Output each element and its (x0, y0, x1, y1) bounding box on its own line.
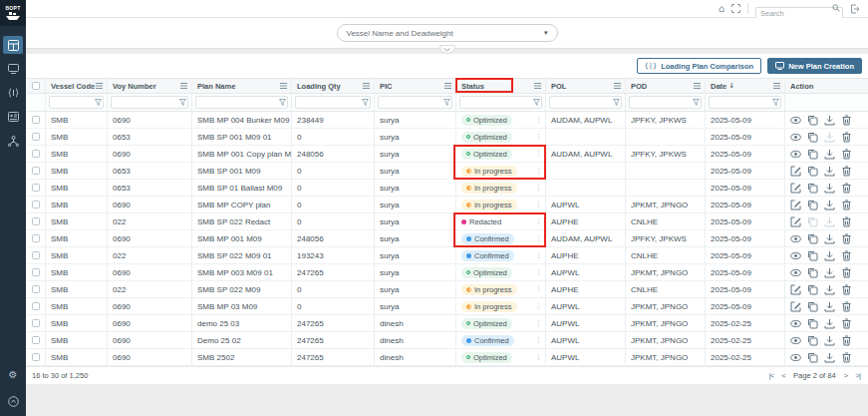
trash-icon-button[interactable] (841, 284, 852, 295)
column-menu-icon[interactable] (694, 83, 701, 84)
home-icon[interactable]: ⌂ (719, 4, 724, 14)
status-menu-icon[interactable]: ⋮ (535, 184, 542, 192)
logout-icon[interactable] (850, 4, 860, 14)
funnel-icon[interactable] (362, 99, 369, 106)
download-icon-button[interactable] (824, 250, 835, 261)
download-icon-button[interactable] (824, 301, 835, 312)
filter-input-pol[interactable] (549, 96, 622, 109)
download-icon-button[interactable] (824, 200, 835, 210)
copy-icon-button[interactable] (807, 149, 818, 160)
copy-icon-button[interactable] (807, 352, 818, 363)
trash-icon-button[interactable] (841, 301, 852, 312)
trash-icon-button[interactable] (841, 352, 852, 363)
view-icon-button[interactable] (790, 233, 801, 244)
funnel-icon[interactable] (443, 99, 450, 106)
download-icon-button[interactable] (824, 216, 835, 227)
trash-icon-button[interactable] (841, 267, 852, 278)
row-checkbox[interactable] (32, 251, 40, 259)
col-header-status[interactable]: Status (456, 79, 546, 93)
row-checkbox[interactable] (32, 234, 40, 242)
copy-icon-button[interactable] (807, 216, 818, 227)
download-icon-button[interactable] (824, 233, 835, 244)
select-all-checkbox[interactable] (32, 82, 40, 90)
trash-icon-button[interactable] (841, 200, 852, 210)
copy-icon-button[interactable] (807, 250, 818, 261)
status-menu-icon[interactable]: ⋮ (535, 201, 542, 208)
col-header-plan-name[interactable]: Plan Name (192, 79, 292, 93)
filter-input-pic[interactable] (378, 96, 452, 109)
status-menu-icon[interactable]: ⋮ (535, 133, 542, 141)
col-header-loading-qty[interactable]: Loading Qty (292, 79, 375, 93)
sidebar-item-network[interactable] (3, 132, 23, 150)
filter-input-voy-number[interactable] (111, 96, 188, 109)
view-icon-button[interactable] (790, 149, 801, 160)
row-checkbox[interactable] (32, 285, 40, 293)
col-header-date[interactable]: Date↓ (706, 79, 785, 93)
column-menu-icon[interactable] (96, 83, 103, 84)
new-plan-creation-button[interactable]: New Plan Creation (767, 58, 862, 74)
status-menu-icon[interactable]: ⋮ (535, 285, 542, 293)
row-checkbox[interactable] (32, 116, 40, 124)
copy-icon-button[interactable] (807, 132, 818, 143)
edit-icon-button[interactable] (790, 216, 801, 227)
arrow-circle-icon[interactable] (3, 394, 23, 408)
status-menu-icon[interactable]: ⋮ (535, 251, 542, 259)
copy-icon-button[interactable] (807, 115, 818, 126)
copy-icon-button[interactable] (807, 166, 818, 177)
trash-icon-button[interactable] (841, 166, 852, 177)
column-menu-icon[interactable] (363, 83, 370, 84)
prev-page-button[interactable]: < (781, 371, 785, 380)
funnel-icon[interactable] (95, 99, 102, 106)
last-page-button[interactable]: >| (855, 371, 860, 380)
row-checkbox[interactable] (32, 133, 40, 141)
row-checkbox[interactable] (32, 268, 40, 276)
first-page-button[interactable]: |< (769, 371, 774, 380)
copy-icon-button[interactable] (807, 200, 818, 210)
row-checkbox[interactable] (32, 217, 40, 225)
row-checkbox[interactable] (32, 353, 40, 361)
settings-gear-icon[interactable]: ⚙ (3, 368, 23, 382)
row-checkbox[interactable] (32, 167, 40, 175)
filter-input-pod[interactable] (629, 96, 702, 109)
sidebar-item-code-brackets[interactable] (3, 84, 23, 102)
fullscreen-icon[interactable] (731, 4, 740, 13)
row-checkbox[interactable] (32, 302, 40, 310)
col-header-voy-number[interactable]: Voy Number (108, 79, 192, 93)
copy-icon-button[interactable] (807, 335, 818, 346)
filter-input-status[interactable] (459, 96, 542, 109)
funnel-icon[interactable] (179, 99, 186, 106)
trash-icon-button[interactable] (841, 318, 852, 329)
download-icon-button[interactable] (824, 115, 835, 126)
download-icon-button[interactable] (824, 318, 835, 329)
view-icon-button[interactable] (790, 132, 801, 143)
status-menu-icon[interactable]: ⋮ (535, 268, 542, 276)
copy-icon-button[interactable] (807, 301, 818, 312)
status-menu-icon[interactable]: ⋮ (535, 353, 542, 361)
funnel-icon[interactable] (533, 99, 540, 106)
trash-icon-button[interactable] (841, 115, 852, 126)
col-header-pic[interactable]: PIC (375, 79, 456, 93)
row-checkbox[interactable] (32, 336, 40, 344)
status-menu-icon[interactable]: ⋮ (535, 150, 542, 158)
search-icon[interactable] (832, 4, 840, 12)
edit-icon-button[interactable] (790, 284, 801, 295)
sidebar-item-monitor[interactable] (3, 60, 23, 78)
trash-icon-button[interactable] (841, 250, 852, 261)
collapse-panel-toggle[interactable] (439, 45, 455, 54)
next-page-button[interactable]: > (844, 371, 848, 380)
filter-input-date[interactable] (709, 96, 781, 109)
row-checkbox[interactable] (32, 319, 40, 327)
copy-icon-button[interactable] (807, 284, 818, 295)
download-icon-button[interactable] (824, 267, 835, 278)
download-icon-button[interactable] (824, 284, 835, 295)
trash-icon-button[interactable] (841, 335, 852, 346)
status-menu-icon[interactable]: ⋮ (535, 302, 542, 310)
row-checkbox[interactable] (32, 184, 40, 192)
funnel-icon[interactable] (693, 99, 700, 106)
filter-input-loading-qty[interactable] (295, 96, 371, 109)
column-menu-icon[interactable] (773, 83, 780, 84)
download-icon-button[interactable] (824, 352, 835, 363)
trash-icon-button[interactable] (841, 132, 852, 143)
view-icon-button[interactable] (790, 115, 801, 126)
row-checkbox[interactable] (32, 201, 40, 208)
